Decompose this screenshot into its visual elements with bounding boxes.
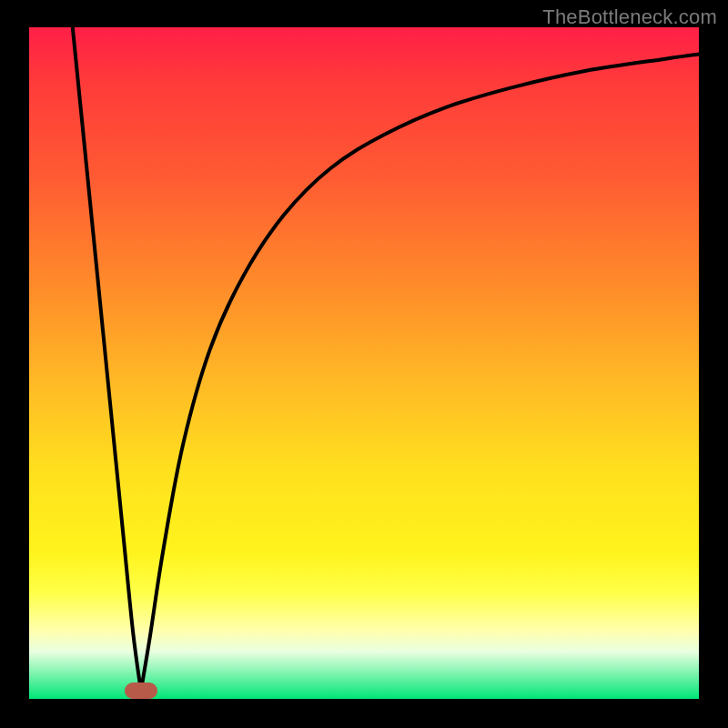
watermark-text: TheBottleneck.com: [542, 5, 717, 29]
right-branch-path: [141, 55, 699, 692]
chart-frame: TheBottleneck.com: [0, 0, 728, 728]
left-branch-path: [73, 27, 141, 691]
curve-layer: [29, 27, 699, 699]
minimum-marker: [125, 682, 157, 699]
plot-area: [29, 27, 699, 699]
